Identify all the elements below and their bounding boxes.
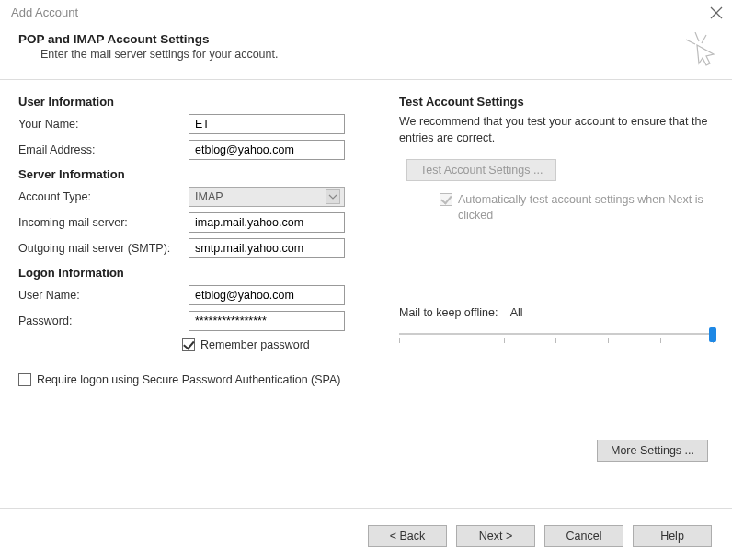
svg-line-3 bbox=[686, 40, 695, 44]
username-field[interactable] bbox=[189, 285, 345, 305]
slider-track-line bbox=[399, 333, 714, 335]
incoming-label: Incoming mail server: bbox=[18, 216, 189, 229]
close-icon[interactable] bbox=[710, 6, 723, 19]
incoming-server-field[interactable] bbox=[189, 212, 345, 233]
password-field[interactable] bbox=[189, 311, 345, 331]
header-title: POP and IMAP Account Settings bbox=[18, 32, 278, 46]
your-name-field[interactable] bbox=[189, 114, 345, 134]
cursor-star-icon bbox=[686, 32, 717, 70]
slider-thumb[interactable] bbox=[709, 327, 716, 342]
slider-ticks bbox=[399, 338, 714, 343]
footer-divider bbox=[0, 508, 732, 509]
account-type-value: IMAP bbox=[195, 190, 223, 203]
email-field[interactable] bbox=[189, 140, 345, 160]
header-subtitle: Enter the mail server settings for your … bbox=[40, 48, 278, 61]
title-bar: Add Account bbox=[0, 0, 732, 25]
svg-line-2 bbox=[695, 32, 699, 41]
account-type-select: IMAP bbox=[189, 187, 345, 207]
mail-offline-value: All bbox=[510, 306, 523, 319]
window-title: Add Account bbox=[11, 6, 78, 19]
user-info-heading: User Information bbox=[18, 95, 377, 109]
spa-label: Require logon using Secure Password Auth… bbox=[37, 373, 341, 386]
svg-line-4 bbox=[702, 35, 706, 43]
logon-info-heading: Logon Information bbox=[18, 266, 377, 280]
auto-test-label: Automatically test account settings when… bbox=[458, 192, 714, 223]
test-settings-heading: Test Account Settings bbox=[399, 95, 714, 109]
account-type-label: Account Type: bbox=[18, 190, 189, 203]
auto-test-checkbox: Automatically test account settings when… bbox=[440, 192, 714, 223]
help-button[interactable]: Help bbox=[633, 525, 712, 547]
test-settings-description: We recommend that you test your account … bbox=[399, 114, 714, 146]
spa-checkbox[interactable]: Require logon using Secure Password Auth… bbox=[18, 373, 377, 386]
email-label: Email Address: bbox=[18, 143, 189, 156]
mail-offline-slider[interactable] bbox=[399, 328, 714, 345]
mail-offline-label: Mail to keep offline: bbox=[399, 306, 498, 319]
server-info-heading: Server Information bbox=[18, 167, 377, 181]
outgoing-server-field[interactable] bbox=[189, 238, 345, 258]
remember-password-checkbox[interactable]: Remember password bbox=[182, 338, 377, 351]
chevron-down-icon bbox=[326, 189, 340, 204]
test-account-settings-button[interactable]: Test Account Settings ... bbox=[406, 159, 556, 181]
left-column: User Information Your Name: Email Addres… bbox=[18, 95, 377, 394]
back-button[interactable]: < Back bbox=[368, 525, 447, 547]
password-label: Password: bbox=[18, 314, 189, 327]
dialog-header: POP and IMAP Account Settings Enter the … bbox=[0, 25, 732, 79]
dialog-button-bar: < Back Next > Cancel Help bbox=[368, 525, 712, 547]
username-label: User Name: bbox=[18, 289, 189, 302]
your-name-label: Your Name: bbox=[18, 118, 189, 131]
cancel-button[interactable]: Cancel bbox=[544, 525, 623, 547]
next-button[interactable]: Next > bbox=[456, 525, 535, 547]
remember-password-label: Remember password bbox=[200, 338, 310, 351]
checkbox-icon bbox=[18, 373, 31, 386]
right-column: Test Account Settings We recommend that … bbox=[377, 95, 714, 394]
checkbox-icon bbox=[440, 193, 452, 206]
more-settings-button[interactable]: More Settings ... bbox=[597, 440, 708, 462]
checkbox-icon bbox=[182, 338, 195, 351]
outgoing-label: Outgoing mail server (SMTP): bbox=[18, 242, 189, 255]
